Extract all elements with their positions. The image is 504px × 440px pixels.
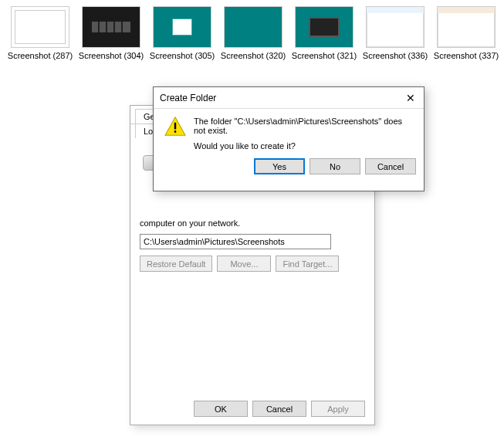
- apply-button[interactable]: Apply: [311, 401, 365, 417]
- title-bar[interactable]: Create Folder ✕: [154, 87, 424, 109]
- message-area: The folder "C:\Users\admin\Pictures\Scre…: [194, 117, 413, 151]
- file-thumbnail[interactable]: Screenshot (337): [435, 6, 497, 60]
- thumbnail-label: Screenshot (287): [8, 51, 73, 60]
- file-thumbnail[interactable]: Screenshot (304): [80, 6, 142, 60]
- file-thumbnail[interactable]: Screenshot (320): [222, 6, 284, 60]
- file-thumbnail[interactable]: Screenshot (321): [293, 6, 355, 60]
- yes-button[interactable]: Yes: [254, 158, 305, 174]
- dialog-button-row: Yes No Cancel: [154, 155, 424, 181]
- thumbnail-label: Screenshot (337): [434, 51, 499, 60]
- cancel-button[interactable]: Cancel: [252, 401, 306, 417]
- file-thumbnail[interactable]: Screenshot (287): [9, 6, 71, 60]
- no-button[interactable]: No: [310, 158, 360, 174]
- close-icon[interactable]: ✕: [404, 91, 418, 105]
- cancel-button[interactable]: Cancel: [365, 158, 416, 174]
- file-thumbnail[interactable]: Screenshot (305): [151, 6, 213, 60]
- thumbnail-preview: [366, 6, 425, 48]
- move-button[interactable]: Move...: [217, 256, 271, 272]
- thumbnail-label: Screenshot (336): [363, 51, 428, 60]
- message-line-2: Would you like to create it?: [194, 141, 413, 151]
- thumbnail-label: Screenshot (304): [79, 51, 144, 60]
- thumbnail-preview: [224, 6, 282, 48]
- dialog-title: Create Folder: [160, 93, 404, 103]
- find-target-button[interactable]: Find Target...: [276, 256, 339, 272]
- svg-rect-1: [174, 123, 176, 130]
- create-folder-dialog: Create Folder ✕ The folder "C:\Users\adm…: [153, 86, 425, 191]
- thumbnail-preview: [295, 6, 353, 48]
- thumbnail-strip: Screenshot (287) Screenshot (304) Screen…: [0, 0, 504, 63]
- thumbnail-preview: [11, 6, 69, 48]
- thumbnail-preview: [153, 6, 211, 48]
- location-button-row: Restore Default Move... Find Target...: [140, 256, 365, 272]
- thumbnail-label: Screenshot (320): [221, 51, 286, 60]
- ok-button[interactable]: OK: [194, 401, 248, 417]
- thumbnail-preview: [437, 6, 496, 48]
- thumbnail-preview: [82, 6, 140, 48]
- help-text: computer on your network.: [140, 218, 365, 228]
- dialog-body: The folder "C:\Users\admin\Pictures\Scre…: [154, 109, 424, 155]
- properties-footer: OK Cancel Apply: [194, 401, 365, 417]
- thumbnail-label: Screenshot (321): [292, 51, 357, 60]
- svg-rect-2: [174, 130, 176, 133]
- warning-icon: [164, 117, 186, 137]
- message-line-1: The folder "C:\Users\admin\Pictures\Scre…: [194, 117, 413, 135]
- file-thumbnail[interactable]: Screenshot (336): [364, 6, 426, 60]
- restore-default-button[interactable]: Restore Default: [140, 256, 212, 272]
- thumbnail-label: Screenshot (305): [150, 51, 215, 60]
- path-input[interactable]: [140, 234, 331, 249]
